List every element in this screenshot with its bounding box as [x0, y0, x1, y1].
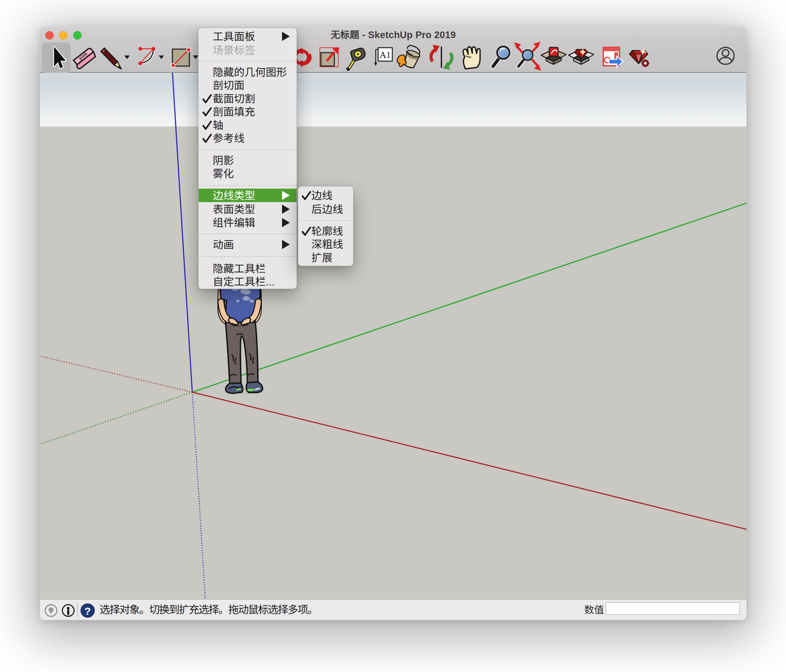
svg-text:A1: A1 [380, 50, 391, 60]
svg-text:?: ? [85, 605, 91, 617]
